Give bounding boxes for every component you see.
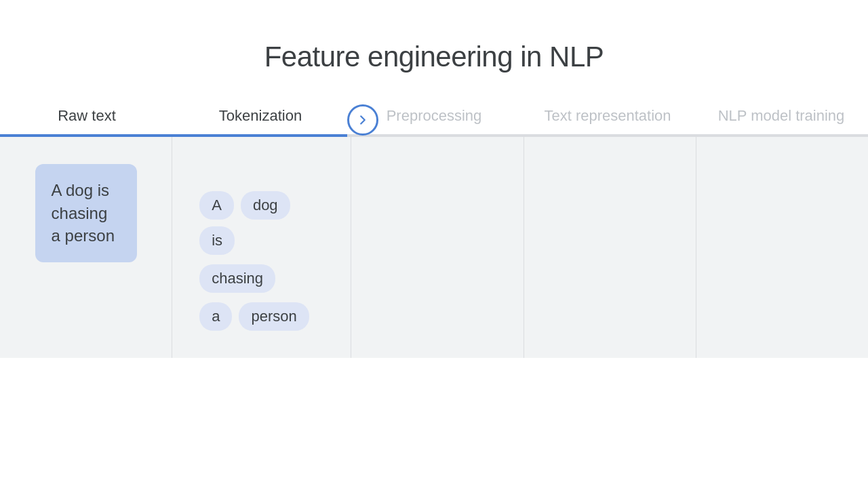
raw-text-line1: A dog is	[52, 181, 109, 199]
nlp-model-training-section	[696, 137, 868, 358]
token-row-2: chasing	[199, 264, 275, 293]
token-a: a	[199, 302, 232, 331]
pipeline-container: Raw text Tokenization Preprocessing Text…	[0, 107, 868, 358]
progress-seg-3	[521, 134, 694, 137]
progress-seg-4	[694, 134, 868, 137]
step-label-nlp-model-training[interactable]: NLP model training	[694, 107, 868, 134]
raw-text-line2: chasing	[52, 204, 108, 222]
step-label-text-representation[interactable]: Text representation	[521, 107, 694, 134]
token-is: is	[199, 226, 235, 255]
step-label-raw-text[interactable]: Raw text	[0, 107, 174, 134]
progress-circle-button[interactable]	[347, 104, 378, 136]
token-A: A	[199, 191, 234, 220]
raw-text-box: A dog is chasing a person	[35, 164, 137, 262]
token-person: person	[239, 302, 309, 331]
raw-text-section: A dog is chasing a person	[0, 137, 172, 358]
token-row-3: a person	[199, 302, 309, 331]
token-row-1: A dog is	[199, 191, 330, 255]
title-area: Feature engineering in NLP	[264, 41, 604, 73]
token-chasing: chasing	[199, 264, 275, 293]
progress-seg-0	[0, 134, 174, 137]
page-title: Feature engineering in NLP	[264, 41, 604, 73]
tokenization-section: A dog is chasing a person	[172, 137, 351, 358]
step-label-tokenization[interactable]: Tokenization	[174, 107, 347, 134]
raw-text-line3: a person	[52, 226, 115, 245]
progress-seg-1	[174, 134, 347, 137]
text-representation-section	[524, 137, 696, 358]
steps-header: Raw text Tokenization Preprocessing Text…	[0, 107, 868, 134]
page: Feature engineering in NLP Raw text Toke…	[0, 0, 868, 488]
tokens-container: A dog is chasing a person	[199, 164, 330, 331]
token-dog: dog	[241, 191, 290, 220]
content-area: A dog is chasing a person A dog is	[0, 137, 868, 358]
progress-seg-2	[347, 134, 521, 137]
preprocessing-section	[351, 137, 523, 358]
